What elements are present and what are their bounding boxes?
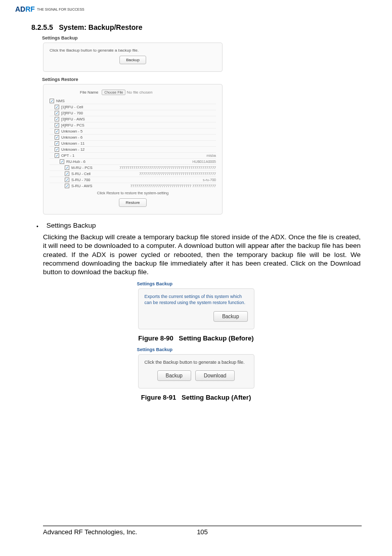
tree-label: S-RU - AWS [71, 184, 92, 188]
fig2-text: Exports the current settings of this sys… [145, 294, 248, 306]
bullet-icon: • [36, 222, 38, 231]
tree-label: M-RU - PCS [71, 165, 93, 170]
checkbox-icon[interactable]: ✓ [65, 178, 69, 182]
tree-value: 7777777777777777777777777777777 77777777… [130, 184, 216, 188]
tree-label: [1]RFU - Cell [61, 105, 83, 109]
tree-row: ✓Unknown - 5 [50, 129, 216, 135]
checkbox-icon[interactable]: ✓ [55, 153, 59, 158]
fig3-text: Click the Backup button to generate a ba… [145, 360, 248, 366]
fig3-caption-num: Figure 8-91 [141, 394, 176, 401]
fig2-title: Settings Backup [137, 281, 254, 286]
tree-label: [4]RFU - PCS [61, 123, 84, 127]
section-title: System: Backup/Restore [59, 23, 143, 31]
tree-label: S-RU - 700 [71, 178, 91, 182]
tree-value: s-ru-700 [203, 178, 216, 182]
section-heading: 8.2.5.5 System: Backup/Restore [31, 23, 377, 31]
brand-logo: ADRF [15, 5, 35, 13]
checkbox-icon[interactable]: ✓ [55, 111, 59, 115]
brand-header: ADRF THE SIGNAL FOR SUCCESS [15, 5, 377, 13]
tree-label: Unknown - 12 [61, 147, 84, 152]
figure-backup-restore: Settings Backup Click the Backup button … [43, 35, 223, 215]
brand-suffix: RF [25, 5, 35, 13]
fig3-panel: Click the Backup button to generate a ba… [138, 354, 254, 389]
tree-label: RU-Hub - 6 [66, 159, 85, 164]
tree-row: ✓[4]RFU - PCS [50, 122, 216, 129]
tree-row: ✓[1]RFU - Cell [50, 104, 216, 110]
filename-label: File Name [80, 90, 98, 95]
checkbox-icon[interactable]: ✓ [65, 184, 69, 188]
fig3-backup-button[interactable]: Backup [157, 370, 191, 381]
restore-button[interactable]: Restore [119, 198, 146, 207]
fig3-title: Settings Backup [137, 347, 254, 352]
fig2-caption-txt: Setting Backup (Before) [179, 334, 254, 342]
tree-row: ✓S-RU - Cell7777777777777777777777777777… [50, 171, 216, 177]
checkbox-icon[interactable]: ✓ [55, 147, 59, 152]
tree-row: ✓OPT - 1misba [50, 153, 216, 159]
tree-row: ✓Unknown - 12 [50, 147, 216, 153]
fig3-download-button[interactable]: Download [195, 370, 235, 381]
checkbox-icon[interactable]: ✓ [55, 123, 59, 127]
tree-value: misba [206, 154, 216, 157]
tree-row: ✓M-RU - PCS77777777777777777777777777777… [50, 165, 216, 171]
tree-label: S-RU - Cell [71, 172, 91, 176]
brand-tagline: THE SIGNAL FOR SUCCESS [37, 8, 84, 11]
checkbox-icon[interactable]: ✓ [55, 105, 59, 109]
tree-row: ✓Unknown - 11 [50, 141, 216, 147]
tree-value: 7777777777777777777777777777777777777777… [119, 166, 216, 169]
bullet-text: Settings Backup [47, 222, 96, 231]
tree-label: NMS [56, 99, 65, 103]
no-file-text: No file chosen [127, 90, 153, 95]
tree-label: [3]RFU - AWS [61, 117, 85, 121]
restore-note: Click Restore to restore the system-sett… [50, 191, 216, 195]
tree-label: Unknown - 6 [61, 135, 82, 140]
tree-value: HUB011A0005 [192, 160, 216, 163]
tree-row: ✓[3]RFU - AWS [50, 116, 216, 122]
bullet-settings-backup: • Settings Backup [36, 222, 377, 231]
fig2-panel: Exports the current settings of this sys… [138, 288, 254, 329]
tree-row: ✓S-RU - 700s-ru-700 [50, 177, 216, 183]
choose-file-button[interactable]: Choose File [102, 90, 125, 95]
figure-8-91: Settings Backup Click the Backup button … [138, 347, 254, 389]
fig2-caption: Figure 8-90 Setting Backup (Before) [15, 334, 377, 342]
checkbox-icon[interactable]: ✓ [55, 117, 59, 121]
brand-prefix: AD [15, 5, 25, 13]
settings-restore-panel: File Name Choose File No file chosen ✓NM… [43, 84, 223, 215]
fig2-backup-button[interactable]: Backup [213, 311, 247, 322]
tree-label: [2]RFU - 700 [61, 111, 83, 115]
fig2-caption-num: Figure 8-90 [138, 334, 173, 342]
checkbox-icon[interactable]: ✓ [60, 159, 64, 164]
body-paragraph: Clicking the Backup will create a tempor… [43, 233, 361, 276]
settings-backup-text: Click the Backup button to generate a ba… [50, 48, 216, 53]
restore-tree: ✓NMS✓[1]RFU - Cell✓[2]RFU - 700✓[3]RFU -… [50, 98, 216, 189]
tree-row: ✓RU-Hub - 6HUB011A0005 [50, 159, 216, 165]
tree-label: Unknown - 5 [61, 129, 82, 134]
page-footer: Advanced RF Technologies, Inc. 105 [43, 526, 362, 536]
fig3-caption-txt: Setting Backup (After) [182, 394, 251, 401]
checkbox-icon[interactable]: ✓ [55, 135, 59, 140]
tree-row: ✓Unknown - 6 [50, 135, 216, 141]
checkbox-icon[interactable]: ✓ [50, 99, 54, 103]
tree-label: OPT - 1 [61, 153, 74, 158]
fig3-caption: Figure 8-91 Setting Backup (After) [15, 394, 377, 401]
settings-backup-panel: Click the Backup button to generate a ba… [43, 42, 223, 72]
checkbox-icon[interactable]: ✓ [55, 141, 59, 146]
checkbox-icon[interactable]: ✓ [55, 129, 59, 134]
section-number: 8.2.5.5 [31, 23, 53, 31]
tree-row: ✓NMS [50, 98, 216, 104]
figure-8-90: Settings Backup Exports the current sett… [138, 281, 254, 329]
checkbox-icon[interactable]: ✓ [65, 172, 69, 176]
footer-page: 105 [187, 528, 217, 536]
tree-value: 777777777777777777777777777777777777777 [139, 172, 216, 176]
settings-restore-title: Settings Restore [42, 77, 223, 82]
tree-row: ✓[2]RFU - 700 [50, 110, 216, 116]
checkbox-icon[interactable]: ✓ [65, 165, 69, 170]
tree-label: Unknown - 11 [61, 141, 84, 146]
settings-backup-title: Settings Backup [42, 35, 223, 40]
tree-row: ✓S-RU - AWS77777777777777777777777777777… [50, 183, 216, 189]
backup-button[interactable]: Backup [119, 56, 146, 64]
